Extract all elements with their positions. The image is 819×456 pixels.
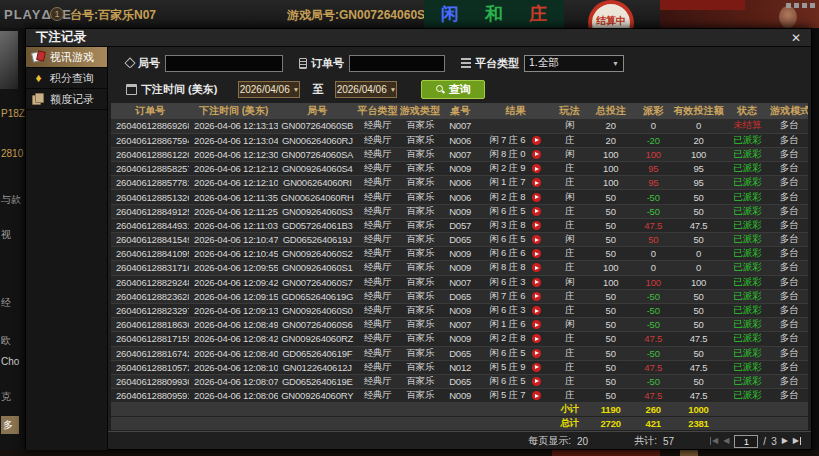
cell-play-type: 闲 [551, 119, 587, 133]
cell-bet-time: 2026-04-06 12:12:12 [189, 162, 278, 176]
date-from-value: 2026/04/06 [240, 84, 290, 95]
order-number-input[interactable] [349, 55, 445, 72]
filter-panel: 局号 订单号 平台类型 1.全部 [108, 47, 811, 103]
result-score: 闲 8 庄 0 [489, 148, 525, 161]
search-button[interactable]: 查询 [421, 80, 485, 99]
cell-platform-type: 经典厅 [356, 360, 399, 374]
cell-table-number: N009 [441, 389, 479, 403]
result-score: 闲 2 庄 8 [489, 191, 525, 204]
next-page-icon[interactable]: ▶ [782, 437, 788, 445]
bet-zone-tie[interactable]: 和 [474, 2, 514, 26]
replay-icon[interactable] [532, 178, 541, 187]
cell-payout: 100 [634, 275, 673, 289]
cell-game-mode: 多台 [770, 318, 808, 332]
replay-icon[interactable] [532, 164, 541, 173]
replay-icon[interactable] [532, 207, 541, 216]
replay-icon[interactable] [532, 292, 541, 301]
cell-platform-type: 经典厅 [356, 204, 399, 218]
cell-order-number: 260406128809591 [111, 389, 189, 403]
sidebar-item-video-games[interactable]: 视讯游戏 [26, 47, 107, 68]
table-row: 2604061288491252026-04-06 12:11:25GN0092… [111, 204, 808, 218]
summary-value: 2720 [588, 417, 634, 431]
round-number-input[interactable] [165, 55, 283, 72]
replay-icon[interactable] [532, 320, 541, 329]
cell-total-bet: 100 [588, 176, 634, 190]
cell-round-number: GN006264060RH [278, 190, 356, 204]
cell-result: 闲 2 庄 8 [479, 190, 551, 204]
cell-game-type: 百家乐 [399, 261, 442, 275]
cell-game-type: 百家乐 [399, 147, 442, 161]
cell-platform-type: 经典厅 [356, 218, 399, 232]
date-from-button[interactable]: 2026/04/06 ▼ [238, 81, 300, 98]
replay-icon[interactable] [532, 306, 541, 315]
per-page-value[interactable]: 20 [577, 436, 588, 447]
replay-icon[interactable] [532, 334, 541, 343]
cell-payout: 95 [634, 162, 673, 176]
result-score: 闲 5 庄 9 [489, 361, 525, 374]
window-corner-icons[interactable] [786, 3, 815, 8]
cell-bet-time: 2026-04-06 12:13:13 [189, 119, 278, 133]
dealer-face [779, 6, 797, 28]
replay-icon[interactable] [532, 349, 541, 358]
table-row: 2604061288449312026-04-06 12:11:03GD0572… [111, 218, 808, 232]
replay-icon[interactable] [532, 235, 541, 244]
cell-total-bet: 50 [588, 346, 634, 360]
cell-round-number: GN007264060S7 [278, 275, 356, 289]
platform-type-select[interactable]: 1.全部 ▼ [524, 55, 624, 72]
replay-icon[interactable] [532, 150, 541, 159]
column-header: 状态 [724, 103, 770, 119]
calendar-icon [126, 84, 137, 95]
cell-game-mode: 多台 [770, 303, 808, 317]
replay-icon[interactable] [532, 193, 541, 202]
cell-result: 闲 2 庄 9 [479, 162, 551, 176]
cell-game-type: 百家乐 [399, 218, 442, 232]
sidebar-item-points-query[interactable]: ♦ 积分查询 [26, 68, 107, 89]
cell-result: 闲 6 庄 6 [479, 247, 551, 261]
first-page-icon[interactable]: ◀ [710, 437, 718, 445]
bet-zone-player[interactable]: 闲 [430, 2, 470, 26]
background-fragment: 与款 [1, 193, 21, 207]
sidebar: 视讯游戏 ♦ 积分查询 额度记录 [26, 47, 108, 450]
replay-icon[interactable] [532, 136, 541, 145]
column-header: 游戏模式 [770, 103, 808, 119]
summary-value [724, 403, 770, 417]
cell-platform-type: 经典厅 [356, 346, 399, 360]
cell-valid-bet: 95 [673, 162, 725, 176]
replay-icon[interactable] [532, 363, 541, 372]
background-fragment: Cho [1, 356, 19, 367]
close-icon[interactable]: ✕ [791, 32, 801, 44]
cell-valid-bet: 50 [673, 289, 725, 303]
search-button-label: 查询 [449, 82, 471, 97]
cell-valid-bet: 47.5 [673, 332, 725, 346]
bet-records-table: 订单号下注时间 (美东)局号平台类型游戏类型桌号结果玩法总投注派彩有效投注额状态… [111, 103, 808, 431]
cell-payout: -50 [634, 204, 673, 218]
replay-icon[interactable] [532, 249, 541, 258]
cell-valid-bet: 47.5 [673, 360, 725, 374]
replay-icon[interactable] [532, 377, 541, 386]
date-to-button[interactable]: 2026/04/06 ▼ [335, 81, 397, 98]
cell-valid-bet: 50 [673, 346, 725, 360]
previous-page-icon[interactable]: ◀ [723, 437, 729, 445]
current-page-input[interactable]: 1 [734, 435, 758, 448]
replay-icon[interactable] [532, 221, 541, 230]
last-page-icon[interactable]: ▶ [793, 437, 801, 445]
replay-icon[interactable] [532, 391, 541, 400]
cell-play-type: 闲 [551, 233, 587, 247]
date-range-to-label: 至 [312, 82, 323, 97]
cell-payout: -20 [634, 133, 673, 147]
bet-zone-banker[interactable]: 庄 [518, 2, 558, 26]
cell-valid-bet: 95 [673, 176, 725, 190]
cell-game-mode: 多台 [770, 176, 808, 190]
order-number-label: 订单号 [311, 56, 344, 71]
cell-game-mode: 多台 [770, 346, 808, 360]
cell-valid-bet: 50 [673, 190, 725, 204]
cell-game-type: 百家乐 [399, 389, 442, 403]
cell-order-number: 260406128810572 [111, 360, 189, 374]
cell-platform-type: 经典厅 [356, 275, 399, 289]
cell-payout: -50 [634, 289, 673, 303]
cell-table-number: N007 [441, 147, 479, 161]
replay-icon[interactable] [532, 278, 541, 287]
replay-icon[interactable] [532, 263, 541, 272]
sidebar-item-credit-records[interactable]: 额度记录 [26, 89, 107, 110]
table-row: 2604061288167422026-04-06 12:08:40GD0652… [111, 346, 808, 360]
